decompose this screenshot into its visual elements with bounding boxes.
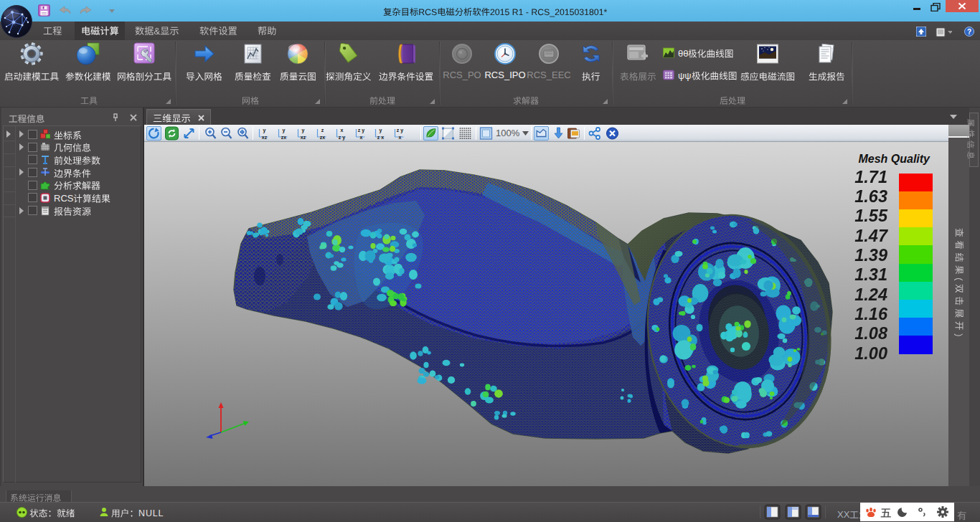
svg-text:xz: xz bbox=[301, 135, 306, 140]
svg-text:y: y bbox=[263, 128, 266, 133]
svg-text:zx: zx bbox=[281, 135, 287, 140]
svg-text:xz: xz bbox=[262, 135, 268, 140]
svg-text:zx: zx bbox=[320, 135, 326, 140]
svg-text:y: y bbox=[302, 128, 305, 133]
svg-text:x: x bbox=[341, 128, 344, 133]
svg-text:z y: z y bbox=[339, 135, 345, 141]
svg-text:z: z bbox=[321, 128, 324, 133]
svg-text:y: y bbox=[380, 128, 382, 133]
svg-text:x: x bbox=[399, 135, 402, 140]
svg-text:z y: z y bbox=[397, 128, 403, 133]
svg-text:y: y bbox=[283, 128, 286, 133]
svg-text:z x: z x bbox=[377, 135, 384, 140]
svg-text:z y: z y bbox=[358, 128, 364, 133]
svg-text:?: ? bbox=[967, 28, 971, 36]
svg-text:x: x bbox=[360, 135, 363, 140]
